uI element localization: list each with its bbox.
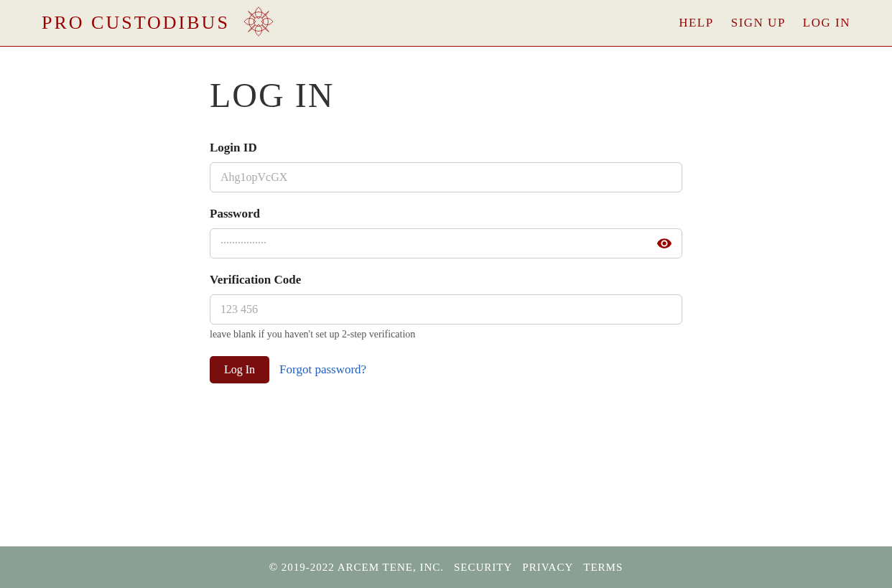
forgot-password-link[interactable]: Forgot password? [279, 363, 366, 377]
login-id-input[interactable] [210, 162, 682, 192]
login-form: LOG IN Login ID Password Verification Co… [210, 75, 682, 546]
nav-login[interactable]: LOG IN [803, 16, 850, 30]
login-button[interactable]: Log In [210, 356, 269, 383]
svg-point-1 [248, 12, 268, 32]
logo-area[interactable]: PRO CUSTODIBUS [42, 4, 276, 42]
nav-links: HELP SIGN UP LOG IN [679, 16, 850, 30]
logo-icon [241, 4, 276, 42]
password-label: Password [210, 207, 682, 221]
main-content: LOG IN Login ID Password Verification Co… [0, 47, 892, 546]
header: PRO CUSTODIBUS HELP SIGN UP LOG IN [0, 0, 892, 47]
nav-help[interactable]: HELP [679, 16, 714, 30]
password-wrapper [210, 228, 682, 258]
nav-signup[interactable]: SIGN UP [731, 16, 786, 30]
verification-input[interactable] [210, 294, 682, 325]
password-input[interactable] [210, 228, 682, 258]
form-actions: Log In Forgot password? [210, 356, 682, 383]
footer: © 2019-2022 ARCEM TENE, INC. SECURITY PR… [0, 546, 892, 588]
footer-terms-link[interactable]: TERMS [583, 561, 623, 574]
verification-label: Verification Code [210, 273, 682, 287]
password-group: Password [210, 207, 682, 258]
verification-group: Verification Code leave blank if you hav… [210, 273, 682, 340]
page-title: LOG IN [210, 75, 682, 115]
footer-copyright: © 2019-2022 ARCEM TENE, INC. [269, 561, 444, 574]
brand-name: PRO CUSTODIBUS [42, 12, 230, 34]
footer-security-link[interactable]: SECURITY [454, 561, 512, 574]
verification-help-text: leave blank if you haven't set up 2-step… [210, 329, 682, 340]
login-id-group: Login ID [210, 141, 682, 192]
footer-privacy-link[interactable]: PRIVACY [522, 561, 573, 574]
show-password-icon[interactable] [656, 235, 672, 251]
login-id-label: Login ID [210, 141, 682, 155]
